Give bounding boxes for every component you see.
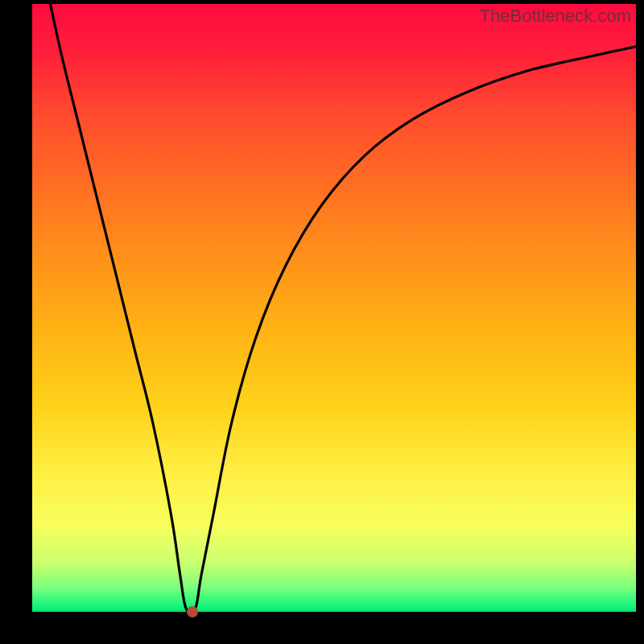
watermark-text: TheBottleneck.com (480, 6, 631, 27)
chart-plot-area: TheBottleneck.com (32, 4, 636, 612)
chart-frame: TheBottleneck.com (0, 0, 644, 644)
bottleneck-curve (32, 4, 636, 612)
optimal-point-marker (187, 606, 198, 617)
